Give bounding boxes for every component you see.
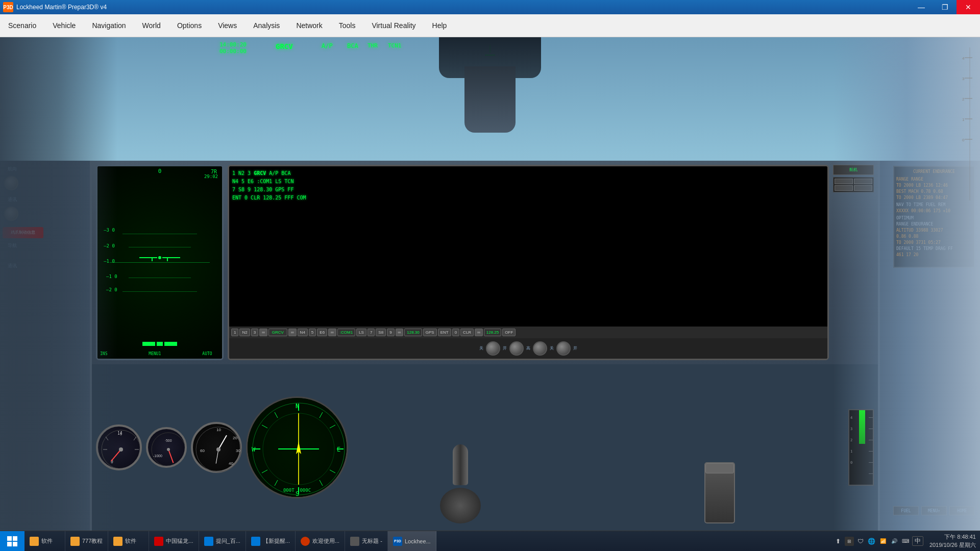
fms-key-n2[interactable]: N2 (239, 329, 250, 336)
svg-line-45 (275, 412, 278, 418)
svg-text:·500: ·500 (165, 439, 172, 442)
fms-knob1[interactable] (486, 341, 500, 356)
menu-tools[interactable]: Tools (331, 14, 364, 37)
fms-key-3[interactable]: 3 (251, 329, 258, 336)
svg-text:10: 10 (216, 428, 221, 432)
fms-key-128-30[interactable]: 128.30 (404, 329, 422, 336)
tray-icon1[interactable]: ⬆ (834, 537, 843, 546)
menubar: Scenario Vehicle Navigation World Option… (0, 14, 980, 37)
close-button[interactable]: ✕ (957, 0, 980, 14)
throttle-grip[interactable] (705, 463, 734, 473)
menu-options[interactable]: Options (169, 14, 210, 37)
fms-panel: 1 N2 3 GRCV A/P BCA N4 5 E6 :COM1 LS TCN… (228, 165, 829, 360)
right-scale: 4 3 2 1 0 (962, 47, 977, 201)
fms-key-gps[interactable]: GPS (423, 329, 437, 336)
taskbar-item-folder1[interactable]: 软件 (24, 531, 65, 552)
app1-icon (204, 537, 213, 546)
fms-key-s8[interactable]: S8 (376, 329, 386, 336)
menu-analysis[interactable]: Analysis (245, 14, 288, 37)
menu-network[interactable]: Network (288, 14, 330, 37)
menu-help[interactable]: Help (424, 14, 455, 37)
fms-knob2[interactable] (509, 341, 524, 356)
svg-text:3: 3 (962, 77, 965, 81)
fms-key-clr[interactable]: CLR (460, 329, 474, 336)
fms-knob4[interactable] (556, 341, 571, 356)
taskbar-item-folder3[interactable]: 软件 (108, 531, 149, 552)
center-instrument-area: —3 0 —2 0 —1 0 —1 0 —2 0 (92, 161, 878, 531)
folder-icon (30, 537, 39, 546)
fms-screen: 1 N2 3 GRCV A/P BCA N4 5 E6 :COM1 LS TCN… (229, 166, 827, 327)
fms-key-128-25[interactable]: 128.25 (484, 329, 501, 336)
joystick-grip[interactable] (453, 444, 468, 485)
menu-vehicle[interactable]: Vehicle (44, 14, 84, 37)
taskbar-item-app3[interactable]: 欢迎使用... (296, 531, 345, 552)
taskbar-item-pdf[interactable]: 中国猛龙... (149, 531, 199, 552)
hud-thr: THR (368, 42, 378, 49)
svg-line-42 (330, 425, 335, 428)
fms-key-7[interactable]: 7 (368, 329, 375, 336)
svg-text:0: 0 (962, 138, 965, 142)
tray-keyboard[interactable]: ⌨ (901, 537, 910, 546)
tray-network[interactable]: 📶 (878, 537, 888, 546)
app3-icon (301, 537, 310, 546)
upper-instrument-row: —3 0 —2 0 —1 0 —1 0 —2 0 (92, 161, 878, 364)
tray-icon3[interactable]: 🛡 (856, 537, 865, 546)
fms-key-eq1[interactable]: ═ (259, 329, 267, 336)
hud-tcn1: TCN1 (388, 42, 402, 49)
svg-line-48 (275, 480, 278, 486)
fms-knobs-row: 关 开 高 关 开 (229, 338, 827, 359)
menu-virtual-reality[interactable]: Virtual Reality (363, 14, 424, 37)
menu-views[interactable]: Views (210, 14, 245, 37)
folder-icon-3 (113, 537, 122, 546)
hud-time: 14:00:2000:00:00 (219, 41, 247, 55)
hud-grcv: GRCV (276, 42, 293, 51)
maximize-button[interactable]: ❐ (933, 0, 957, 14)
p3d-icon: P3D (393, 537, 402, 546)
taskbar-item-folder2[interactable]: 777教程 (65, 531, 108, 552)
svg-text:40: 40 (229, 461, 233, 466)
tray-icon2[interactable]: ⊞ (845, 537, 854, 546)
start-button[interactable] (0, 531, 24, 552)
fms-key-ent[interactable]: ENT (438, 329, 451, 336)
fms-key-9[interactable]: 9 (387, 329, 394, 336)
fms-key-eq2[interactable]: ═ (288, 329, 297, 336)
taskbar-item-p3d[interactable]: P3D Lockhee... (388, 531, 436, 552)
app2-icon (251, 537, 260, 546)
taskbar-item-app1[interactable]: 提问_百... (199, 531, 246, 552)
fms-key-com1[interactable]: :COM1 (337, 329, 355, 336)
fms-key-1[interactable]: 1 (231, 329, 238, 336)
tray-volume[interactable]: 🔊 (890, 537, 899, 546)
taskbar-item-app2[interactable]: 【新提醒... (246, 531, 296, 552)
simulation-viewport: 14:00:2000:00:00 GRCV A/P BCA THR TCN1 航… (0, 37, 980, 531)
fms-knob3[interactable] (533, 341, 547, 356)
system-clock[interactable]: 下午 8:48:41 2019/10/26 星期六 (929, 533, 976, 549)
menu-navigation[interactable]: Navigation (84, 14, 134, 37)
minimize-button[interactable]: — (910, 0, 933, 14)
svg-text:1: 1 (962, 117, 965, 122)
svg-point-4 (158, 256, 161, 259)
fms-key-0[interactable]: 0 (452, 329, 459, 336)
taskbar-item-app4[interactable]: 无标题 - (345, 531, 388, 552)
tray-icon4[interactable]: 🌐 (867, 537, 876, 546)
gauge-rpm: ·500 -1000 (146, 427, 187, 468)
fms-key-grcv[interactable]: GRCV (268, 329, 287, 336)
fms-key-off[interactable]: OFF (502, 329, 516, 336)
fms-key-eq4[interactable]: ═ (396, 329, 404, 336)
svg-text:14: 14 (117, 431, 122, 436)
left-cockpit-pillar (0, 37, 117, 531)
fms-key-ls[interactable]: LS (356, 329, 366, 336)
language-indicator[interactable]: 中 (912, 536, 923, 546)
svg-line-47 (262, 470, 267, 473)
system-tray: ⬆ ⊞ 🛡 🌐 📶 🔊 ⌨ 中 下午 8:48:41 2019/10/26 星期… (829, 531, 980, 552)
menu-scenario[interactable]: Scenario (0, 14, 44, 37)
app4-icon (350, 537, 359, 546)
fms-key-5[interactable]: 5 (309, 329, 316, 336)
throttle-lever[interactable] (704, 462, 735, 523)
fms-key-eq3[interactable]: ═ (328, 329, 336, 336)
fms-key-e6[interactable]: E6 (317, 329, 327, 336)
menu-world[interactable]: World (134, 14, 169, 37)
svg-line-28 (218, 435, 227, 449)
fms-key-n4[interactable]: N4 (298, 329, 308, 336)
fms-key-eq5[interactable]: ═ (475, 329, 483, 336)
app-icon-text: P3D (3, 5, 13, 10)
